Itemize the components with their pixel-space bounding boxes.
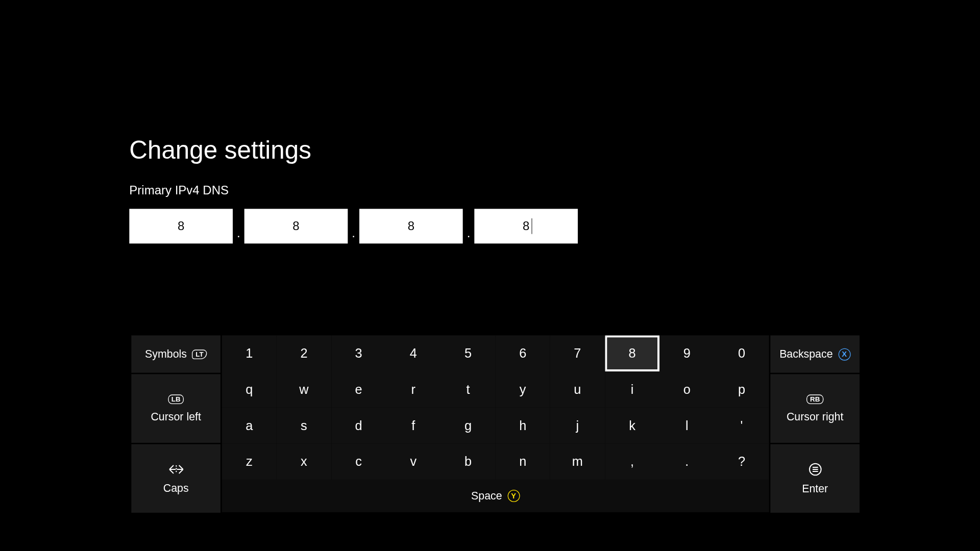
space-label: Space <box>471 490 502 502</box>
key-period[interactable]: . <box>659 443 714 480</box>
key-comma[interactable]: , <box>605 443 659 480</box>
key-7[interactable]: 7 <box>550 335 605 371</box>
key-r[interactable]: r <box>386 371 440 408</box>
key-question[interactable]: ? <box>714 443 769 480</box>
ip-octet-2[interactable]: 8 <box>244 209 348 243</box>
key-j[interactable]: j <box>550 408 605 444</box>
key-h[interactable]: h <box>496 408 550 444</box>
key-4[interactable]: 4 <box>386 335 440 371</box>
key-b[interactable]: b <box>440 443 495 480</box>
key-o[interactable]: o <box>659 371 714 408</box>
key-row-1: q w e r t y u i o p <box>222 371 769 408</box>
key-d[interactable]: d <box>331 408 386 444</box>
keyboard-grid: 1 2 3 4 5 6 7 8 9 0 q w e r t y u i o <box>222 335 769 513</box>
ip-octet-3[interactable]: 8 <box>359 209 463 243</box>
cursor-left-label: Cursor left <box>151 411 201 423</box>
cursor-right-button[interactable]: RB Cursor right <box>770 374 860 443</box>
key-c[interactable]: c <box>331 443 386 480</box>
caps-icon <box>167 463 185 475</box>
ip-dot: . <box>463 227 475 243</box>
key-n[interactable]: n <box>496 443 550 480</box>
key-g[interactable]: g <box>440 408 495 444</box>
backspace-button[interactable]: Backspace X <box>770 335 860 372</box>
key-s[interactable]: s <box>277 408 331 444</box>
cursor-right-label: Cursor right <box>787 411 843 423</box>
caps-label: Caps <box>163 482 189 494</box>
key-e[interactable]: e <box>331 371 386 408</box>
symbols-label: Symbols <box>145 348 187 360</box>
enter-label: Enter <box>802 483 828 495</box>
key-apostrophe[interactable]: ' <box>714 408 769 444</box>
key-f[interactable]: f <box>386 408 440 444</box>
symbols-button[interactable]: Symbols LT <box>131 335 220 372</box>
key-5[interactable]: 5 <box>440 335 495 371</box>
backspace-label: Backspace <box>779 348 832 360</box>
key-6[interactable]: 6 <box>496 335 550 371</box>
key-1[interactable]: 1 <box>222 335 277 371</box>
key-u[interactable]: u <box>550 371 605 408</box>
key-p[interactable]: p <box>714 371 769 408</box>
key-v[interactable]: v <box>386 443 440 480</box>
ip-input-row: 8 . 8 . 8 . 8 <box>129 209 578 243</box>
key-a[interactable]: a <box>222 408 277 444</box>
x-button-icon: X <box>838 348 850 360</box>
keyboard-left-column: Symbols LT LB Cursor left Caps <box>131 335 220 513</box>
caps-button[interactable]: Caps <box>131 444 220 513</box>
cursor-left-button[interactable]: LB Cursor left <box>131 374 220 443</box>
key-t[interactable]: t <box>440 371 495 408</box>
y-button-icon: Y <box>507 490 520 502</box>
menu-icon <box>808 462 822 476</box>
key-9[interactable]: 9 <box>659 335 714 371</box>
key-row-3: z x c v b n m , . ? <box>222 443 769 480</box>
key-z[interactable]: z <box>222 443 277 480</box>
key-l[interactable]: l <box>659 408 714 444</box>
key-q[interactable]: q <box>222 371 277 408</box>
key-x[interactable]: x <box>277 443 331 480</box>
key-k[interactable]: k <box>605 408 659 444</box>
ip-octet-1[interactable]: 8 <box>129 209 233 243</box>
key-3[interactable]: 3 <box>331 335 386 371</box>
space-button[interactable]: Space Y <box>222 480 769 512</box>
ip-dot: . <box>233 227 244 243</box>
on-screen-keyboard: Symbols LT LB Cursor left Caps <box>131 335 860 513</box>
field-label: Primary IPv4 DNS <box>129 184 229 198</box>
rb-bumper-icon: RB <box>806 394 823 404</box>
key-row-0: 1 2 3 4 5 6 7 8 9 0 <box>222 335 769 371</box>
key-i[interactable]: i <box>605 371 659 408</box>
keyboard-right-column: Backspace X RB Cursor right Enter <box>770 335 860 513</box>
ip-octet-4[interactable]: 8 <box>474 209 578 243</box>
ip-dot: . <box>348 227 359 243</box>
key-2[interactable]: 2 <box>277 335 331 371</box>
lt-bumper-icon: LT <box>192 349 207 359</box>
key-w[interactable]: w <box>277 371 331 408</box>
key-y[interactable]: y <box>496 371 550 408</box>
lb-bumper-icon: LB <box>168 394 184 404</box>
enter-button[interactable]: Enter <box>770 444 860 513</box>
key-row-2: a s d f g h j k l ' <box>222 408 769 444</box>
key-0[interactable]: 0 <box>714 335 769 371</box>
page-title: Change settings <box>129 136 311 165</box>
key-8[interactable]: 8 <box>605 335 659 371</box>
key-m[interactable]: m <box>550 443 605 480</box>
